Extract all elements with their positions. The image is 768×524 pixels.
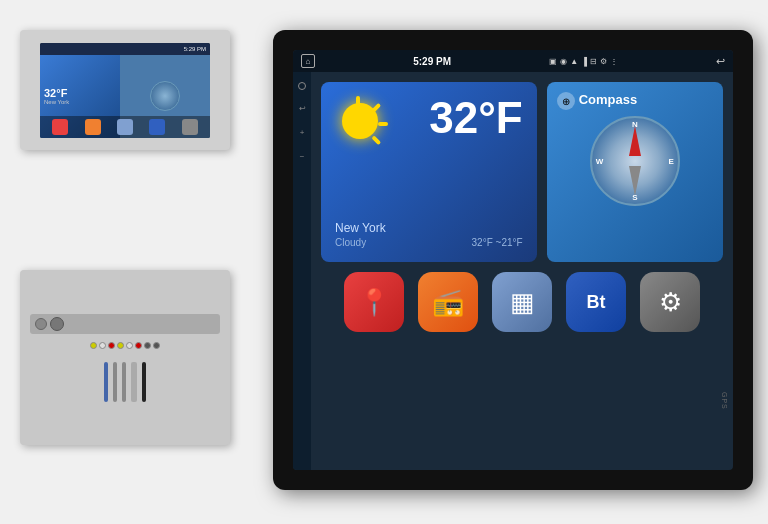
status-time: 5:29 PM xyxy=(413,56,451,67)
cable-gray-1 xyxy=(113,362,117,402)
compass-dir-w: W xyxy=(596,157,604,166)
compass-needle-north xyxy=(629,126,641,156)
rca-yellow xyxy=(90,342,97,349)
back-top-strip xyxy=(30,314,220,334)
weather-range: 32°F ~21°F xyxy=(472,237,523,248)
weather-sun-icon xyxy=(335,96,385,146)
rca-red xyxy=(108,342,115,349)
settings-icon: ⚙ xyxy=(600,57,607,66)
compass-dir-e: E xyxy=(668,157,673,166)
small-app-bt xyxy=(149,119,165,135)
main-device: ⌂ 5:29 PM ▣ ◉ ▲ ▐ ⊟ ⚙ ⋮ ↩ ↩ + xyxy=(273,30,753,490)
small-app-apps xyxy=(117,119,133,135)
rca-white-2 xyxy=(126,342,133,349)
weather-bottom-left: New York Cloudy xyxy=(335,221,386,248)
settings-app-icon: ⚙ xyxy=(659,287,682,318)
compass-dir-n: N xyxy=(632,120,638,129)
rca-black xyxy=(144,342,151,349)
screen-body: ↩ + − xyxy=(293,72,733,470)
back-side-button[interactable]: ↩ xyxy=(296,102,308,114)
weather-condition: Cloudy xyxy=(335,237,386,248)
bt-icon: Bt xyxy=(587,292,606,313)
cable-white xyxy=(131,362,137,402)
small-temp: 32°F xyxy=(44,87,116,99)
weather-city: New York xyxy=(335,221,386,235)
small-device-back xyxy=(20,270,230,445)
small-status-bar: 5:29 PM xyxy=(40,43,210,55)
compass-widget[interactable]: ⊕ Compass N S E W xyxy=(547,82,723,262)
compass-dir-s: S xyxy=(632,193,637,202)
main-content: 32°F New York Cloudy 32°F ~21°F xyxy=(311,72,733,470)
compass-title: Compass xyxy=(579,92,638,107)
vent-circle xyxy=(50,317,64,331)
home-icon: ⌂ xyxy=(306,57,311,66)
status-right: ↩ xyxy=(716,55,725,68)
sun-ray-4 xyxy=(371,135,381,145)
battery-icon: ⊟ xyxy=(590,57,597,66)
small-app-nav xyxy=(52,119,68,135)
nav-icon: 📍 xyxy=(358,287,390,318)
cable-gray-2 xyxy=(122,362,126,402)
small-status-time: 5:29 PM xyxy=(184,46,206,52)
location-icon: ◉ xyxy=(560,57,567,66)
app-settings[interactable]: ⚙ xyxy=(640,272,700,332)
back-connectors-row xyxy=(90,339,160,349)
sun-ray-2 xyxy=(371,103,381,113)
small-compass-circle xyxy=(150,81,180,111)
status-icons: ▣ ◉ ▲ ▐ ⊟ ⚙ ⋮ xyxy=(549,57,618,66)
side-controls: ↩ + − xyxy=(293,72,311,470)
small-apps-row xyxy=(40,116,210,138)
status-bar: ⌂ 5:29 PM ▣ ◉ ▲ ▐ ⊟ ⚙ ⋮ ↩ xyxy=(293,50,733,72)
apps-icon: ▦ xyxy=(510,287,535,318)
more-icon: ⋮ xyxy=(610,57,618,66)
wifi-icon: ▲ xyxy=(570,57,578,66)
sd-icon: ▣ xyxy=(549,57,557,66)
gps-label: GPS xyxy=(721,392,728,410)
cable-blue xyxy=(104,362,108,402)
app-navigation[interactable]: 📍 xyxy=(344,272,404,332)
app-radio[interactable]: 📻 xyxy=(418,272,478,332)
vol-up-button[interactable]: + xyxy=(296,126,308,138)
power-button[interactable] xyxy=(298,82,306,90)
widget-row: 32°F New York Cloudy 32°F ~21°F xyxy=(321,82,723,262)
rca-ports xyxy=(90,342,160,349)
signal-icon: ▐ xyxy=(581,57,587,66)
compass-header-icon: ⊕ xyxy=(557,92,575,110)
rca-white xyxy=(99,342,106,349)
compass-rose: N S E W xyxy=(590,116,680,206)
main-screen: ⌂ 5:29 PM ▣ ◉ ▲ ▐ ⊟ ⚙ ⋮ ↩ ↩ + xyxy=(293,50,733,470)
rca-red-2 xyxy=(135,342,142,349)
vol-down-button[interactable]: − xyxy=(296,150,308,162)
radio-icon: 📻 xyxy=(432,287,464,318)
small-app-radio xyxy=(85,119,101,135)
cable-dark xyxy=(142,362,146,402)
sun-ray-1 xyxy=(356,96,360,106)
status-left: ⌂ xyxy=(301,54,315,68)
compass-header: ⊕ Compass xyxy=(557,92,638,110)
small-device-front: 5:29 PM 32°F New York xyxy=(20,30,230,150)
port-hole-1 xyxy=(35,318,47,330)
rca-black-2 xyxy=(153,342,160,349)
app-launcher[interactable]: ▦ xyxy=(492,272,552,332)
small-location: New York xyxy=(44,99,116,105)
apps-row: 📍 📻 ▦ Bt ⚙ xyxy=(321,272,723,332)
small-screen: 5:29 PM 32°F New York xyxy=(40,43,210,138)
home-button[interactable]: ⌂ xyxy=(301,54,315,68)
compass-needle-south xyxy=(629,166,641,196)
app-bluetooth[interactable]: Bt xyxy=(566,272,626,332)
back-button[interactable]: ↩ xyxy=(716,55,725,68)
back-cables xyxy=(104,362,146,402)
rca-yellow-2 xyxy=(117,342,124,349)
sun-ray-3 xyxy=(378,122,388,126)
weather-widget[interactable]: 32°F New York Cloudy 32°F ~21°F xyxy=(321,82,537,262)
weather-bottom: New York Cloudy 32°F ~21°F xyxy=(335,221,523,248)
small-app-settings xyxy=(182,119,198,135)
